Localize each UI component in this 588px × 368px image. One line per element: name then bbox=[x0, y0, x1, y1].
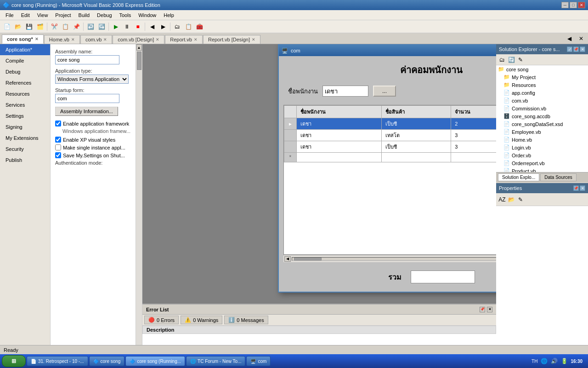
undo-btn[interactable]: ↩️ bbox=[85, 22, 96, 32]
nav-settings[interactable]: Settings bbox=[0, 110, 50, 121]
error-tab-messages[interactable]: ℹ️ 0 Messages bbox=[224, 316, 268, 324]
form-titlebar[interactable]: 🖥️ com ─ □ ✕ bbox=[279, 45, 496, 56]
tab-1-close[interactable]: ✕ bbox=[71, 37, 75, 42]
sol-tab-data-sources[interactable]: Data Sources bbox=[540, 173, 577, 181]
tree-product-vb[interactable]: 📄 Product.vb bbox=[496, 167, 588, 172]
tab-0-close[interactable]: ✕ bbox=[35, 37, 39, 41]
taskbar-tc-forum[interactable]: 🌐 TC Forum - New To... bbox=[186, 356, 245, 366]
table-row[interactable]: เดชา เป็บซี 3 1.5 bbox=[284, 141, 497, 153]
menu-view[interactable]: View bbox=[34, 12, 52, 19]
sol-exp-close[interactable]: ✕ bbox=[580, 46, 585, 52]
tree-commission-vb[interactable]: 📄 Commission.vb bbox=[496, 104, 588, 112]
tab-5-close[interactable]: ✕ bbox=[252, 37, 255, 42]
table-row[interactable]: ► เดชา เป็บซี 2 0.6 bbox=[284, 118, 497, 130]
close-button[interactable]: ✕ bbox=[578, 2, 585, 8]
nav-application[interactable]: Application* bbox=[0, 44, 50, 55]
nav-signing[interactable]: Signing bbox=[0, 121, 50, 132]
menu-tools[interactable]: Tools bbox=[116, 12, 135, 19]
startup-form-input[interactable] bbox=[55, 94, 119, 103]
tab-2-close[interactable]: ✕ bbox=[103, 37, 107, 42]
minimize-button[interactable]: ─ bbox=[561, 2, 569, 8]
menu-help[interactable]: Help bbox=[160, 12, 178, 19]
nav-fwd-btn[interactable]: ▶ bbox=[158, 22, 168, 32]
nav-back-btn[interactable]: ◀ bbox=[147, 22, 157, 32]
menu-build[interactable]: Build bbox=[75, 12, 93, 19]
error-tab-errors[interactable]: 🔴 0 Errors bbox=[144, 316, 179, 324]
hscroll-thumb[interactable] bbox=[294, 258, 322, 260]
tab-4[interactable]: Report.vb ✕ bbox=[165, 35, 203, 44]
sol-exp-undock[interactable]: ⤢ bbox=[567, 46, 572, 52]
assembly-info-btn[interactable]: Assembly Information... bbox=[55, 107, 118, 116]
menu-project[interactable]: Project bbox=[51, 12, 74, 19]
sol-exp-pin[interactable]: 📌 bbox=[573, 46, 579, 52]
nav-services[interactable]: Services bbox=[0, 99, 50, 110]
enable-xp-cb[interactable] bbox=[55, 137, 61, 143]
scroll-up-btn[interactable]: ▲ bbox=[136, 44, 142, 51]
menu-edit[interactable]: Edit bbox=[17, 12, 34, 19]
tab-3-close[interactable]: ✕ bbox=[156, 37, 159, 42]
tree-accdb[interactable]: 🗄️ core_song.accdb bbox=[496, 112, 588, 120]
form-table-scroll[interactable]: ชื่อพนักงาน ชื่อสินค้า จำนวน ค่าคอม bbox=[283, 105, 496, 255]
sol-tb-btn3[interactable]: ✎ bbox=[516, 56, 525, 64]
menu-file[interactable]: File bbox=[2, 12, 17, 19]
nav-resources[interactable]: Resources bbox=[0, 88, 50, 99]
tab-5[interactable]: Report.vb [Design] ✕ bbox=[203, 35, 260, 44]
nav-compile[interactable]: Compile bbox=[0, 55, 50, 66]
save-all-btn[interactable]: 🗂️ bbox=[35, 22, 45, 32]
app-type-select[interactable]: Windows Forms Application bbox=[55, 75, 129, 84]
new-row[interactable]: * bbox=[284, 153, 497, 162]
tree-com-vb[interactable]: 📄 com.vb bbox=[496, 97, 588, 104]
single-instance-cb[interactable] bbox=[55, 144, 61, 150]
tab-1[interactable]: Home.vb ✕ bbox=[44, 35, 80, 44]
sol-tab-explorer[interactable]: Solution Explo... bbox=[498, 173, 539, 181]
error-list-close[interactable]: ✕ bbox=[487, 307, 492, 312]
new-project-btn[interactable]: 📄 bbox=[2, 22, 12, 32]
tree-resources[interactable]: 📁 Resources bbox=[496, 81, 588, 89]
tree-dataset[interactable]: 📄 core_songDataSet.xsd bbox=[496, 120, 588, 128]
copy-btn[interactable]: 📋 bbox=[60, 22, 70, 32]
search-input[interactable] bbox=[322, 86, 368, 97]
menu-debug[interactable]: Debug bbox=[93, 12, 115, 19]
properties-btn[interactable]: 📋 bbox=[183, 22, 193, 32]
error-list-pin[interactable]: 📌 bbox=[480, 307, 485, 312]
stop-btn[interactable]: ■ bbox=[133, 22, 143, 32]
table-row[interactable]: เดชา เทสโต 3 1.2 bbox=[284, 130, 497, 141]
start-btn[interactable]: ▶ bbox=[111, 22, 121, 32]
taskbar-retrospect[interactable]: 📄 31. Retrospect - 10 -... bbox=[27, 356, 88, 366]
props-pin[interactable]: 📌 bbox=[573, 185, 579, 191]
tree-order-vb[interactable]: 📄 Order.vb bbox=[496, 151, 588, 159]
sol-tb-btn1[interactable]: 🗂 bbox=[498, 56, 506, 64]
tree-login-vb[interactable]: 📄 Login.vb bbox=[496, 144, 588, 151]
tree-my-project[interactable]: 📁 My Project bbox=[496, 73, 588, 81]
redo-btn[interactable]: ↪️ bbox=[96, 22, 107, 32]
nav-publish[interactable]: Publish bbox=[0, 155, 50, 166]
tab-close-all[interactable]: ✕ bbox=[576, 34, 586, 44]
props-tb-az[interactable]: AZ bbox=[498, 196, 506, 204]
tree-employee-vb[interactable]: 📄 Employee.vb bbox=[496, 128, 588, 136]
tree-app-config[interactable]: 📄 app.config bbox=[496, 89, 588, 97]
tree-root[interactable]: 📁 core song bbox=[496, 65, 588, 73]
footer-value-box[interactable] bbox=[411, 270, 475, 283]
taskbar-coresong[interactable]: 🔷 core song bbox=[89, 356, 125, 366]
scroll-thumb[interactable] bbox=[137, 52, 141, 70]
nav-my-extensions[interactable]: My Extensions bbox=[0, 132, 50, 144]
nav-security[interactable]: Security bbox=[0, 144, 50, 155]
error-tab-warnings[interactable]: ⚠️ 0 Warnings bbox=[181, 316, 222, 324]
open-btn[interactable]: 📂 bbox=[13, 22, 23, 32]
cut-btn[interactable]: ✂️ bbox=[49, 22, 59, 32]
toolbox-btn[interactable]: 🧰 bbox=[194, 22, 204, 32]
hscroll-left[interactable]: ◀ bbox=[284, 256, 291, 262]
tab-2[interactable]: com.vb ✕ bbox=[80, 35, 112, 44]
assembly-name-input[interactable] bbox=[55, 55, 119, 64]
tree-home-vb[interactable]: 📄 Home.vb bbox=[496, 136, 588, 144]
tab-scroll-left[interactable]: ◀ bbox=[564, 34, 574, 44]
props-tb-cat[interactable]: 📂 bbox=[507, 196, 515, 204]
tab-4-close[interactable]: ✕ bbox=[194, 37, 198, 42]
tab-0[interactable]: core song* ✕ bbox=[2, 34, 44, 44]
props-tb-prop[interactable]: ✎ bbox=[516, 196, 525, 204]
hscroll-track[interactable] bbox=[292, 257, 496, 261]
menu-window[interactable]: Window bbox=[135, 12, 160, 19]
props-close[interactable]: ✕ bbox=[580, 185, 585, 191]
paste-btn[interactable]: 📌 bbox=[71, 22, 81, 32]
save-btn[interactable]: 💾 bbox=[24, 22, 34, 32]
